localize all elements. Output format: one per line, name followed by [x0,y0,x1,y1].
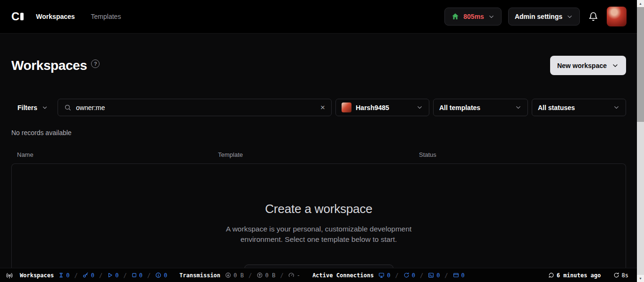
reconnect-count: 0 [412,272,415,279]
upload-circle-icon [257,272,263,278]
search-filter: × [58,99,332,116]
statusbar-transmission-section: Transmission 0 B / 0 B / - [179,272,300,279]
template-filter-dropdown[interactable]: All templates [433,99,528,116]
logo-glyph: C [11,11,19,22]
help-icon[interactable]: ? [91,60,100,68]
admin-settings-button[interactable]: Admin settings [508,8,580,26]
admin-settings-label: Admin settings [515,13,562,20]
new-workspace-button[interactable]: New workspace [550,56,626,75]
owner-avatar [342,103,351,112]
empty-state-description: A workspace is your personal, customizab… [210,224,428,245]
filters-label: Filters [17,104,37,111]
statusbar-workspaces-label: Workspaces [20,272,54,279]
separator: / [249,272,252,279]
refresh-clock-icon [548,272,554,278]
statusbar-transmission-label: Transmission [179,272,220,279]
nav-workspaces[interactable]: Workspaces [36,13,75,20]
coder-logo[interactable]: C [11,11,24,22]
template-filter-value: All templates [439,104,480,111]
building-count: 0 [91,272,94,279]
statusbar-right: 6 minutes ago 8s [548,272,628,279]
chevron-down-icon [515,104,522,111]
terminal-count: 0 [436,272,440,279]
upload-stat: 0 B [257,272,276,279]
key-icon [83,272,89,278]
clear-search-button[interactable]: × [320,103,325,111]
stop-square-icon [132,273,137,278]
hourglass-icon [59,272,64,278]
download-circle-icon [225,272,231,278]
separator: / [420,272,423,279]
pending-count: 0 [66,272,69,279]
window-icon [453,272,459,278]
separator: / [123,272,126,279]
connection-count-window[interactable]: 0 [453,272,465,279]
broadcast-icon[interactable] [6,272,13,279]
statusbar-workspaces-section: Workspaces 0 / 0 / 0 / [20,272,167,279]
scrollbar-thumb[interactable] [637,7,644,122]
last-refresh-text: 6 minutes ago [557,272,601,279]
window-count: 0 [461,272,465,279]
proxy-region-icon [451,12,460,21]
status-filter-dropdown[interactable]: All statuses [532,99,626,116]
new-workspace-label: New workspace [557,62,607,69]
separator: / [280,272,284,279]
workspace-count-building[interactable]: 0 [83,272,94,279]
connection-count-reconnect[interactable]: 0 [403,272,415,279]
separator: / [74,272,77,279]
vscode-count: 0 [387,272,390,279]
chevron-down-icon [613,104,620,111]
top-navbar: C Workspaces Templates 805ms Admin setti… [0,0,637,34]
chevron-down-icon [611,62,619,69]
info-circle-icon [155,272,161,278]
user-avatar[interactable] [607,7,627,26]
vscode-icon [378,272,385,278]
connection-count-vscode[interactable]: 0 [378,272,390,279]
upload-value: 0 B [265,272,276,279]
latency-stat-value: - [297,272,300,279]
last-refresh-indicator[interactable]: 6 minutes ago [548,272,601,279]
play-icon [107,272,113,278]
filter-search-input[interactable] [76,104,316,111]
workspace-count-running[interactable]: 0 [107,272,118,279]
separator: / [395,272,398,279]
scrollbar-up-arrow[interactable]: ▲ [637,0,644,7]
chevron-down-icon [42,104,48,111]
primary-nav: Workspaces Templates [36,13,121,20]
nav-templates[interactable]: Templates [91,13,121,20]
scrollbar-down-arrow[interactable]: ▼ [637,275,644,282]
column-header-template: Template [218,151,243,158]
workspace-count-stopped[interactable]: 0 [132,272,142,279]
column-header-name: Name [17,151,33,158]
filter-bar: Filters × Harsh9485 All templ [11,99,626,116]
workspace-count-pending[interactable]: 0 [59,272,69,279]
statusbar-connections-section: Active Connections 0 / 0 / 0 [312,272,465,279]
latency-button[interactable]: 805ms [444,8,502,26]
navbar-left: C Workspaces Templates [11,11,121,22]
chevron-down-icon [416,104,423,111]
separator: / [147,272,151,279]
auto-refresh-icon [613,272,619,278]
separator: / [99,272,102,279]
connection-count-terminal[interactable]: 0 [428,272,440,279]
bell-icon [588,12,598,22]
workspace-count-failed[interactable]: 0 [155,272,167,279]
latency-value: 805ms [463,13,484,20]
filters-button[interactable]: Filters [11,99,54,116]
vertical-scrollbar[interactable]: ▲ ▼ [637,0,644,282]
auto-refresh-indicator[interactable]: 8s [613,272,628,279]
empty-state-title: Create a workspace [12,202,626,216]
owner-filter-dropdown[interactable]: Harsh9485 [335,99,429,116]
download-value: 0 B [234,272,244,279]
page-title: Workspaces [11,58,87,74]
chevron-down-icon [566,13,573,20]
owner-filter-value: Harsh9485 [356,104,389,111]
status-filter-value: All statuses [538,104,575,111]
auto-refresh-text: 8s [622,272,628,279]
latency-stat: - [288,272,300,279]
table-header-row: Name Template Status [11,151,626,163]
separator: / [444,272,448,279]
download-stat: 0 B [225,272,244,279]
failed-count: 0 [164,272,167,279]
notifications-button[interactable] [586,10,600,24]
